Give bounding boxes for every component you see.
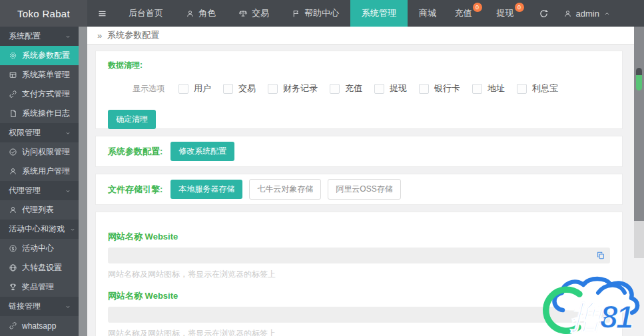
- sidebar-item-label: 奖品管理: [22, 281, 54, 293]
- sidebar-item-label: 系统操作日志: [22, 108, 70, 119]
- checkbox-label: 用户: [194, 83, 211, 94]
- main-scrollbar-track[interactable]: [634, 27, 644, 221]
- sidebar-item-label: whatsapp: [22, 321, 56, 331]
- sidebar-item-operation-log[interactable]: 系统操作日志: [0, 104, 79, 123]
- checkbox[interactable]: [268, 84, 278, 94]
- check-circle-icon: [9, 148, 17, 156]
- confirm-clean-button[interactable]: 确定清理: [108, 110, 156, 129]
- website-name-help: 网站名称及网站图标，将显示在浏览器的标签上: [108, 269, 610, 280]
- admin-menu[interactable]: admin: [563, 9, 611, 19]
- checkbox-option-bankcard[interactable]: 银行卡: [419, 83, 460, 94]
- grid-icon: [9, 71, 17, 79]
- withdraw-link[interactable]: 提现 0: [497, 7, 524, 19]
- chevron-down-icon: [65, 130, 71, 136]
- refresh-icon[interactable]: [539, 9, 549, 19]
- checkbox[interactable]: [419, 84, 429, 94]
- breadcrumb-marker: »: [97, 31, 102, 41]
- recharge-badge: 0: [473, 3, 482, 12]
- nav-item-help[interactable]: 帮助中心: [280, 0, 350, 27]
- sidebar: 系统配置 系统参数配置 系统菜单管理 支付方式管理 系统操作日志 权限管理 访问…: [0, 27, 87, 336]
- trophy-icon: [9, 283, 17, 291]
- sidebar-item-label: 系统参数配置: [22, 50, 70, 61]
- gear-icon: [9, 51, 17, 60]
- sidebar-toggle-button[interactable]: [87, 0, 117, 27]
- sidebar-item-label: 大转盘设置: [22, 262, 62, 273]
- sidebar-item-label: 系统菜单管理: [22, 69, 70, 81]
- main-scrollbar-track-lower: [634, 221, 644, 258]
- checkbox-option-interest[interactable]: 利息宝: [517, 83, 558, 94]
- website-name-input[interactable]: [108, 248, 610, 263]
- nav-item-mall[interactable]: 商城: [408, 0, 448, 27]
- storage-qiniu-button[interactable]: 七牛云对象存储: [249, 179, 321, 200]
- checkbox-option-recharge[interactable]: 充值: [330, 83, 362, 94]
- sidebar-item-payment-methods[interactable]: 支付方式管理: [0, 84, 79, 104]
- sidebar-group-agents[interactable]: 代理管理: [0, 181, 79, 200]
- copy-icon[interactable]: [596, 251, 605, 260]
- data-clean-card: 数据清理: 显示选项 用户 交易 财务记录 充值: [95, 51, 623, 129]
- sidebar-item-system-params[interactable]: 系统参数配置: [0, 46, 79, 65]
- nav-label: 帮助中心: [304, 7, 339, 19]
- main-content: » 系统参数配置 数据清理: 显示选项 用户 交易 财务记录: [87, 27, 644, 336]
- sidebar-group-permissions[interactable]: 权限管理: [0, 123, 79, 142]
- checkbox[interactable]: [517, 84, 527, 94]
- sidebar-item-system-menu[interactable]: 系统菜单管理: [0, 65, 79, 84]
- nav-label: 商城: [419, 7, 436, 19]
- storage-engine-card: 文件存储引擎: 本地服务器存储 七牛云对象存储 阿里云OSS存储: [95, 174, 623, 205]
- chevron-up-icon: [603, 10, 611, 17]
- sidebar-item-activity-center[interactable]: 活动中心: [0, 239, 79, 258]
- withdraw-label: 提现: [497, 7, 514, 19]
- checkbox[interactable]: [330, 84, 340, 94]
- user-icon: [563, 9, 572, 18]
- sidebar-item-label: 访问权限管理: [22, 146, 70, 158]
- checkbox-option-withdraw[interactable]: 提现: [374, 83, 407, 94]
- sidebar-group-label: 活动中心和游戏: [9, 224, 65, 235]
- checkbox[interactable]: [223, 84, 233, 94]
- app-logo: Toko Rabat: [0, 0, 87, 27]
- page-title: 系统参数配置: [107, 29, 159, 41]
- website-name-label-2: 网站名称 Website: [108, 290, 610, 302]
- checkbox[interactable]: [178, 84, 188, 94]
- storage-engine-label: 文件存储引擎:: [108, 184, 162, 196]
- checkbox-option-address[interactable]: 地址: [472, 83, 505, 94]
- sidebar-item-whatsapp[interactable]: whatsapp: [0, 316, 79, 335]
- checkbox-label: 交易: [238, 83, 256, 94]
- sidebar-group-label: 系统配置: [9, 31, 41, 42]
- checkbox[interactable]: [472, 84, 482, 94]
- modify-system-config-button[interactable]: 修改系统配置: [170, 142, 234, 161]
- nav-item-system[interactable]: 系统管理: [350, 0, 408, 27]
- sidebar-item-access-permission[interactable]: 访问权限管理: [0, 142, 79, 162]
- sidebar-item-wheel-settings[interactable]: 大转盘设置: [0, 258, 79, 277]
- sidebar-item-label: 代理列表: [22, 204, 54, 216]
- dollar-circle-icon: [9, 244, 17, 253]
- checkbox[interactable]: [374, 84, 384, 94]
- sidebar-group-system-config[interactable]: 系统配置: [0, 27, 79, 46]
- main-scrollbar-thumb[interactable]: [636, 68, 642, 90]
- checkbox-label: 地址: [487, 83, 505, 94]
- checkbox-option-trade[interactable]: 交易: [223, 83, 256, 94]
- link-icon: [9, 90, 17, 98]
- sidebar-item-agent-list[interactable]: 代理列表: [0, 200, 79, 220]
- nav-item-trade[interactable]: 交易: [227, 0, 280, 27]
- storage-aliyun-button[interactable]: 阿里云OSS存储: [328, 179, 400, 200]
- input-wrap: [108, 307, 610, 323]
- website-name-input-2[interactable]: [108, 307, 610, 323]
- chevron-down-icon: [65, 303, 71, 310]
- site-settings-card: 网站名称 Website 网站名称及网站图标，将显示在浏览器的标签上 网站名称 …: [95, 212, 623, 336]
- system-param-label: 系统参数配置:: [108, 146, 162, 158]
- topbar-right: 充值 0 提现 0 admin: [455, 0, 644, 27]
- nav-item-home[interactable]: 后台首页: [117, 0, 174, 27]
- sidebar-group-links[interactable]: 链接管理: [0, 297, 79, 316]
- sidebar-item-system-users[interactable]: 系统用户管理: [0, 162, 79, 181]
- recharge-link[interactable]: 充值 0: [455, 7, 482, 19]
- checkbox-option-user[interactable]: 用户: [178, 83, 211, 94]
- checkbox-option-finance[interactable]: 财务记录: [268, 83, 318, 94]
- sidebar-scrollbar[interactable]: [79, 27, 87, 336]
- storage-local-button[interactable]: 本地服务器存储: [170, 180, 242, 199]
- sidebar-item-prize-management[interactable]: 奖品管理: [0, 277, 79, 297]
- sidebar-group-activities[interactable]: 活动中心和游戏: [0, 220, 79, 239]
- user-icon: [186, 9, 194, 18]
- nav-item-roles[interactable]: 角色: [174, 0, 227, 27]
- checkbox-label: 利息宝: [532, 83, 558, 94]
- input-wrap: [108, 248, 610, 263]
- website-name-help-2: 网站名称及网站图标，将显示在浏览器的标签上: [108, 328, 610, 336]
